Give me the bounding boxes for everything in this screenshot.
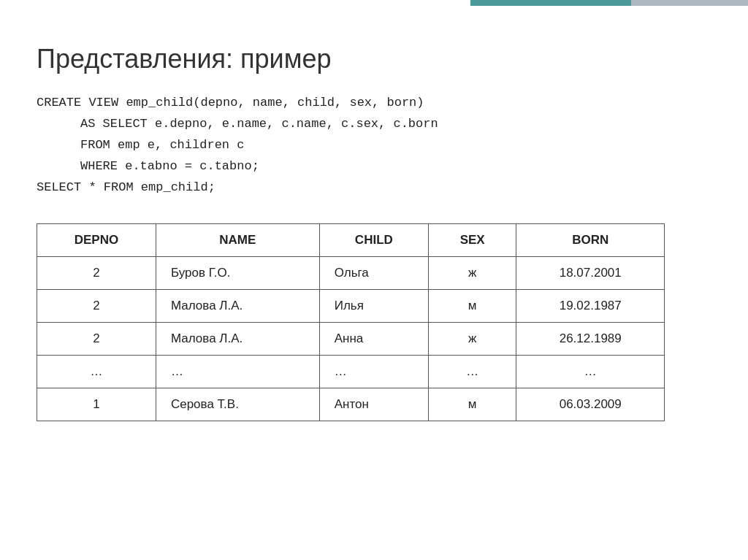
code-line-3: FROM emp e, children c: [37, 135, 711, 156]
cell-born: 26.12.1989: [516, 323, 665, 356]
table-row: 2Малова Л.А.Ильям19.02.1987: [37, 290, 665, 323]
col-header-sex: SEX: [428, 224, 516, 257]
cell-sex: ж: [428, 257, 516, 290]
cell-name: Малова Л.А.: [156, 290, 319, 323]
cell-sex: м: [428, 388, 516, 421]
cell-child: …: [319, 356, 428, 388]
cell-name: Малова Л.А.: [156, 323, 319, 356]
gray-bar: [631, 0, 748, 6]
results-table: DEPNO NAME CHILD SEX BORN 2Буров Г.О.Оль…: [37, 223, 665, 421]
cell-depno: …: [37, 356, 156, 388]
table-body: 2Буров Г.О.Ольгаж18.07.20012Малова Л.А.И…: [37, 257, 665, 421]
top-decoration: [470, 0, 748, 6]
table-row: 2Буров Г.О.Ольгаж18.07.2001: [37, 257, 665, 290]
cell-child: Илья: [319, 290, 428, 323]
cell-name: Буров Г.О.: [156, 257, 319, 290]
teal-bar: [470, 0, 631, 6]
col-header-born: BORN: [516, 224, 665, 257]
code-line-5: SELECT * FROM emp_child;: [37, 177, 711, 199]
cell-born: 19.02.1987: [516, 290, 665, 323]
cell-sex: …: [428, 356, 516, 388]
results-table-container: DEPNO NAME CHILD SEX BORN 2Буров Г.О.Оль…: [37, 223, 711, 421]
cell-name: Серова Т.В.: [156, 388, 319, 421]
cell-born: 18.07.2001: [516, 257, 665, 290]
cell-sex: ж: [428, 323, 516, 356]
cell-child: Ольга: [319, 257, 428, 290]
col-header-child: CHILD: [319, 224, 428, 257]
table-header-row: DEPNO NAME CHILD SEX BORN: [37, 224, 665, 257]
col-header-name: NAME: [156, 224, 319, 257]
cell-depno: 2: [37, 290, 156, 323]
cell-born: …: [516, 356, 665, 388]
cell-depno: 2: [37, 323, 156, 356]
cell-sex: м: [428, 290, 516, 323]
cell-born: 06.03.2009: [516, 388, 665, 421]
cell-name: …: [156, 356, 319, 388]
code-block: CREATE VIEW emp_child(depno, name, child…: [37, 93, 711, 198]
code-line-1: CREATE VIEW emp_child(depno, name, child…: [37, 93, 711, 114]
code-line-2: AS SELECT e.depno, e.name, c.name, c.sex…: [37, 114, 711, 135]
cell-depno: 1: [37, 388, 156, 421]
cell-depno: 2: [37, 257, 156, 290]
main-content: Представления: пример CREATE VIEW emp_ch…: [0, 0, 748, 443]
table-row: ……………: [37, 356, 665, 388]
table-row: 2Малова Л.А.Аннаж26.12.1989: [37, 323, 665, 356]
table-row: 1Серова Т.В.Антонм06.03.2009: [37, 388, 665, 421]
page-title: Представления: пример: [37, 44, 711, 74]
cell-child: Анна: [319, 323, 428, 356]
code-line-4: WHERE e.tabno = c.tabno;: [37, 156, 711, 177]
cell-child: Антон: [319, 388, 428, 421]
col-header-depno: DEPNO: [37, 224, 156, 257]
